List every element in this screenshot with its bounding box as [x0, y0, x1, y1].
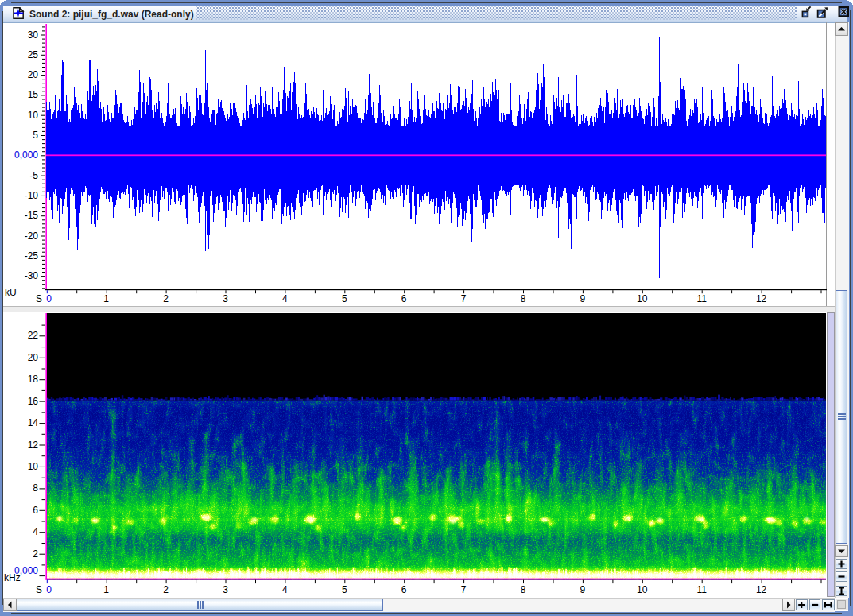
svg-text:6: 6 [33, 505, 38, 516]
svg-text:-30: -30 [25, 270, 39, 281]
svg-text:S: S [36, 584, 42, 595]
svg-text:22: 22 [28, 330, 39, 341]
svg-text:0: 0 [46, 584, 52, 595]
svg-text:7: 7 [461, 584, 467, 595]
svg-text:0: 0 [46, 293, 52, 304]
svg-text:20: 20 [28, 69, 39, 80]
svg-text:4: 4 [282, 293, 288, 304]
svg-text:11: 11 [696, 584, 707, 595]
svg-text:kHz: kHz [4, 572, 21, 583]
svg-text:10: 10 [28, 461, 39, 472]
svg-text:3: 3 [223, 293, 228, 304]
svg-text:10: 10 [28, 110, 39, 121]
svg-text:8: 8 [521, 584, 526, 595]
svg-text:5: 5 [33, 130, 38, 141]
svg-text:20: 20 [28, 352, 39, 363]
svg-text:9: 9 [580, 584, 586, 595]
svg-text:3: 3 [223, 584, 228, 595]
svg-text:6: 6 [401, 293, 407, 304]
svg-text:0,000: 0,000 [14, 149, 38, 161]
svg-text:10: 10 [637, 584, 648, 595]
svg-text:16: 16 [28, 396, 39, 407]
svg-text:30: 30 [28, 29, 39, 41]
svg-text:12: 12 [756, 584, 767, 595]
svg-text:2: 2 [33, 548, 38, 560]
svg-text:1: 1 [103, 584, 109, 595]
svg-text:-20: -20 [25, 231, 39, 242]
svg-text:12: 12 [756, 293, 767, 304]
svg-text:9: 9 [580, 293, 586, 304]
svg-text:5: 5 [342, 293, 347, 304]
svg-text:8: 8 [521, 293, 526, 304]
svg-text:kU: kU [5, 287, 17, 298]
svg-text:1: 1 [103, 293, 109, 304]
svg-text:-5: -5 [29, 170, 38, 181]
svg-text:2: 2 [163, 293, 169, 304]
svg-text:7: 7 [461, 293, 467, 304]
svg-text:2: 2 [163, 584, 169, 595]
svg-text:11: 11 [696, 293, 707, 304]
svg-text:25: 25 [28, 49, 39, 60]
svg-text:18: 18 [28, 374, 39, 385]
svg-text:12: 12 [28, 440, 39, 451]
svg-text:-10: -10 [25, 190, 39, 201]
svg-text:14: 14 [28, 417, 39, 428]
svg-text:4: 4 [33, 526, 38, 537]
svg-text:-15: -15 [25, 210, 39, 221]
svg-text:4: 4 [282, 584, 288, 595]
svg-text:15: 15 [28, 89, 39, 100]
svg-text:-25: -25 [25, 250, 39, 262]
svg-text:10: 10 [637, 293, 648, 304]
svg-text:8: 8 [33, 482, 38, 494]
svg-text:6: 6 [401, 584, 407, 595]
svg-text:5: 5 [342, 584, 347, 595]
svg-text:S: S [36, 293, 42, 304]
